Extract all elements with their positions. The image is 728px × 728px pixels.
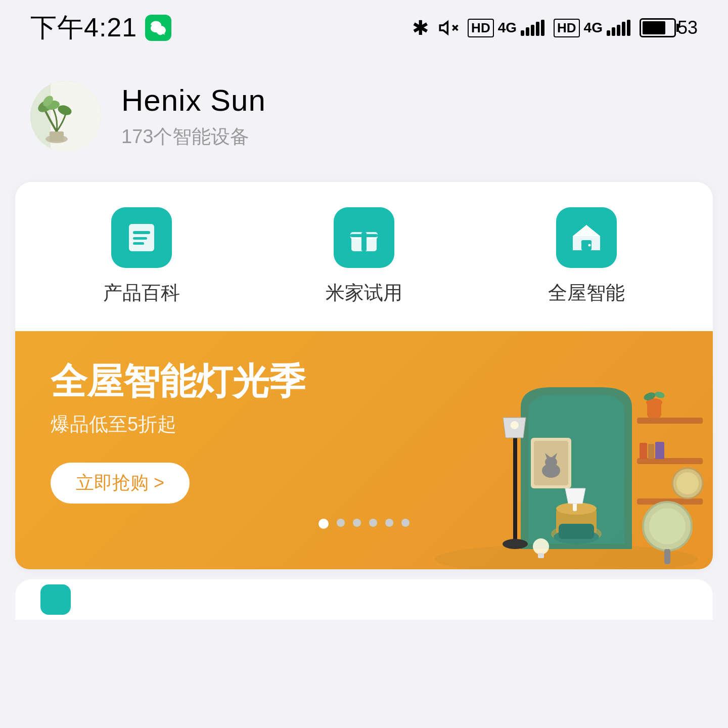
battery-indicator: 53 — [640, 17, 698, 38]
signal-bars-1 — [521, 20, 544, 36]
hd-badge-2: HD — [554, 19, 580, 37]
svg-point-32 — [676, 472, 699, 494]
network-status-1: HD 4G — [468, 19, 544, 37]
status-right: ✱ HD 4G HD 4G — [412, 16, 698, 39]
svg-rect-11 — [133, 231, 150, 234]
banner-title: 全屋智能灯光季 — [51, 361, 677, 401]
dot-3[interactable] — [353, 519, 361, 527]
signal-bars-2 — [607, 20, 630, 36]
profile-section: Henix Sun 173个智能设备 — [0, 56, 728, 172]
network-status-2: HD 4G — [554, 19, 630, 37]
action-trial[interactable]: 米家试用 — [326, 207, 402, 306]
dot-2[interactable] — [337, 519, 345, 527]
avatar[interactable] — [30, 81, 101, 152]
banner-button[interactable]: 立即抢购 > — [51, 463, 190, 504]
banner-content: 全屋智能灯光季 爆品低至5折起 立即抢购 > — [51, 361, 677, 504]
smart-home-icon-wrap — [556, 207, 617, 268]
smart-home-label: 全屋智能 — [548, 280, 625, 306]
status-left: 下午4:21 — [30, 10, 171, 46]
svg-rect-17 — [350, 234, 378, 237]
battery-icon — [640, 18, 676, 37]
dot-1[interactable] — [318, 519, 329, 529]
dot-6[interactable] — [401, 519, 410, 527]
profile-name: Henix Sun — [121, 83, 266, 118]
status-bar: 下午4:21 ✱ HD 4G — [0, 0, 728, 56]
battery-level: 53 — [677, 17, 698, 38]
encyclopedia-label: 产品百科 — [103, 280, 180, 306]
svg-rect-50 — [664, 549, 670, 564]
svg-point-40 — [503, 539, 528, 549]
main-card: 产品百科 米家试用 — [15, 182, 713, 569]
svg-rect-52 — [538, 553, 544, 558]
bottom-teal-icon — [40, 584, 71, 615]
svg-rect-12 — [133, 237, 147, 240]
svg-rect-46 — [559, 524, 594, 539]
mute-icon — [438, 18, 459, 38]
dot-4[interactable] — [369, 519, 377, 527]
hd-badge-1: HD — [468, 19, 494, 37]
svg-point-51 — [533, 538, 549, 555]
bottom-hint-section — [15, 579, 713, 620]
quick-actions: 产品百科 米家试用 — [30, 207, 698, 331]
profile-info: Henix Sun 173个智能设备 — [121, 83, 266, 150]
encyclopedia-icon-wrap — [111, 207, 172, 268]
profile-devices: 173个智能设备 — [121, 124, 266, 150]
bluetooth-icon: ✱ — [412, 16, 429, 39]
action-encyclopedia[interactable]: 产品百科 — [103, 207, 180, 306]
trial-label: 米家试用 — [326, 280, 402, 306]
svg-point-19 — [588, 244, 591, 247]
wechat-notification-icon[interactable] — [145, 15, 171, 41]
action-smart-home[interactable]: 全屋智能 — [548, 207, 625, 306]
banner-subtitle: 爆品低至5折起 — [51, 412, 677, 437]
trial-icon-wrap — [334, 207, 394, 268]
dot-5[interactable] — [385, 519, 393, 527]
status-time: 下午4:21 — [30, 10, 137, 46]
svg-rect-13 — [133, 242, 144, 245]
svg-rect-5 — [50, 131, 64, 142]
svg-point-49 — [649, 508, 686, 544]
promotional-banner[interactable]: 全屋智能灯光季 爆品低至5折起 立即抢购 > — [15, 331, 713, 569]
